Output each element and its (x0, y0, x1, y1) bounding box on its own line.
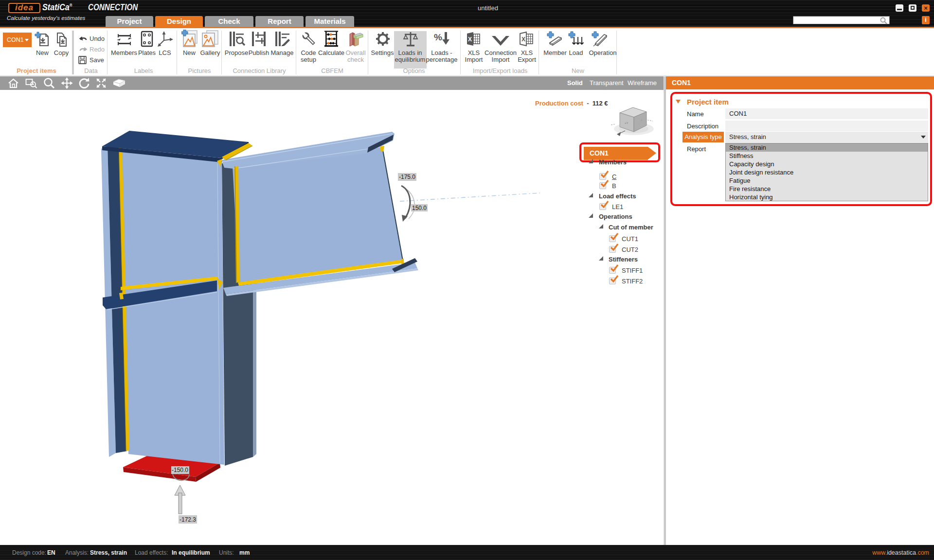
svg-text:+Y: +Y (625, 122, 629, 124)
svg-text:X: X (521, 36, 525, 43)
svg-text:-172.3: -172.3 (180, 516, 196, 523)
svg-text:-175.0: -175.0 (399, 174, 415, 180)
svg-text:X: X (468, 36, 472, 43)
svg-text:-150.0: -150.0 (172, 467, 188, 473)
svg-text:150.0: 150.0 (412, 205, 427, 211)
svg-text:%: % (434, 32, 442, 42)
svg-text:J: J (641, 119, 642, 122)
